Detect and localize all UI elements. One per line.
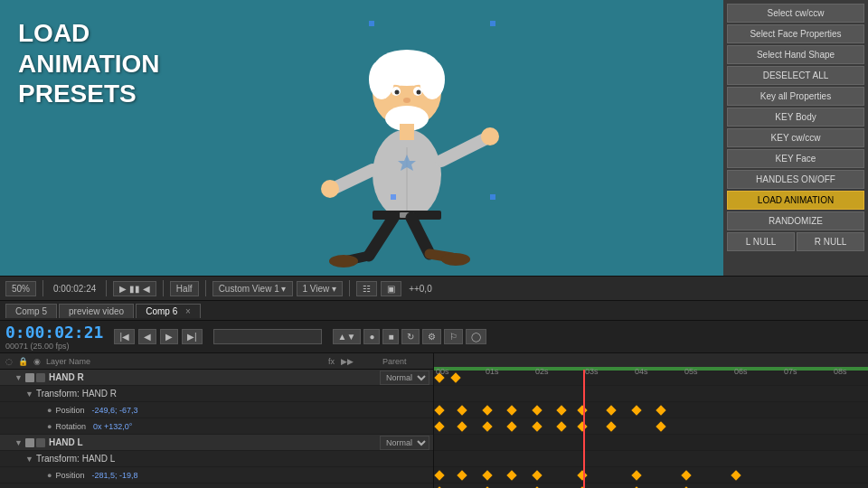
expand-transform-hand-l[interactable]: ▼ <box>25 455 33 464</box>
load-animation-button[interactable]: LOAD ANIMATION <box>727 191 864 210</box>
svg-line-15 <box>441 138 486 161</box>
kf-pos-hl-7 <box>681 470 691 480</box>
svg-rect-24 <box>400 124 414 140</box>
kf-pos-hl-pl <box>577 470 587 480</box>
layer-row-position-hand-l: ● Position -281,5; -19,8 <box>0 467 433 483</box>
visibility-hand-l[interactable] <box>25 438 34 447</box>
toolbar-separator-3 <box>163 280 164 296</box>
position-hand-r-label: Position <box>55 406 84 415</box>
key-body-button[interactable]: KEY Body <box>727 108 864 127</box>
view-label: Custom View 1 <box>219 284 279 294</box>
kf-rot-hr-8 <box>656 421 665 431</box>
lock-hand-r[interactable] <box>36 373 45 382</box>
null-buttons: L NULL R NULL <box>727 232 864 251</box>
toolbar-icons[interactable]: ▶ ▮▮ ◀ <box>113 281 156 296</box>
toolbar-separator-1 <box>42 280 43 296</box>
toolbar-separator-5 <box>349 280 350 296</box>
expand-hand-r[interactable]: ▼ <box>14 373 23 382</box>
select-hand-shape-button[interactable]: Select Hand Shape <box>727 45 864 64</box>
view-dropdown[interactable]: Custom View 1 ▾ <box>212 281 293 296</box>
lock-icon: 🔒 <box>18 357 28 366</box>
character-svg <box>262 12 552 274</box>
kf-rot-hr-1 <box>434 421 444 431</box>
hand-r-mode[interactable]: Normal <box>380 371 429 385</box>
position-hand-l-label: Position <box>55 471 84 480</box>
tick-03s: 03s <box>583 367 600 376</box>
randomize-button[interactable]: RANDOMIZE <box>727 211 864 230</box>
grid-button[interactable]: ☷ <box>356 281 377 296</box>
kf-pos-hr-pl <box>577 405 587 415</box>
layer-row-hand-r: ▼ HAND R Normal <box>0 370 433 386</box>
view2-dropdown[interactable]: 1 View ▾ <box>297 281 344 296</box>
motion-blur-icon: ▶▶ <box>341 357 354 366</box>
timeline-search[interactable] <box>213 329 322 344</box>
solo-icon: ◌ <box>5 357 13 366</box>
tick-00s: 00s <box>434 367 451 376</box>
timeline-tool-7[interactable]: ◯ <box>466 329 486 344</box>
zoom-control[interactable]: 50% <box>5 281 36 296</box>
timeline-ctrl-btn2[interactable]: ◀ <box>138 329 156 344</box>
timeline-ctrl-btn1[interactable]: |◀ <box>114 329 135 344</box>
svg-point-16 <box>481 127 499 145</box>
key-face-button[interactable]: KEY Face <box>727 149 864 168</box>
track-position-hand-l <box>434 467 868 483</box>
kf-rot-hr-pl <box>577 421 587 431</box>
tab-comp6-close[interactable]: × <box>185 306 191 316</box>
layer-row-hand-l: ▼ HAND L Normal <box>0 435 433 451</box>
expand-transform-hand-r[interactable]: ▼ <box>25 389 33 399</box>
timeline-area: 0:00:02:21 00071 (25.00 fps) |◀ ◀ ▶ ▶| ▲… <box>0 321 868 488</box>
track-area: 00s 01s 02s 03s 04s 05s 06s 07s 08s 09s … <box>434 353 868 488</box>
kf-rot-hr-4 <box>506 421 516 431</box>
layer-row-rotation-hand-l: ● Rotation 0x -107,2° <box>0 483 433 488</box>
l-null-button[interactable]: L NULL <box>727 232 795 251</box>
svg-line-14 <box>335 170 373 188</box>
select-cw-ccw-button[interactable]: Select cw/ccw <box>727 4 864 23</box>
select-face-properties-button[interactable]: Select Face Properties <box>727 24 864 43</box>
visibility-hand-r[interactable] <box>25 373 34 382</box>
key-all-properties-button[interactable]: Key all Properties <box>727 87 864 106</box>
kf-pos-hl-8 <box>731 470 741 480</box>
deselect-all-button[interactable]: DESELECT ALL <box>727 66 864 85</box>
timeline-ctrl-btn3[interactable]: ▶ <box>160 329 178 344</box>
lock-hand-l[interactable] <box>36 438 45 447</box>
layer-row-rotation-hand-r: ● Rotation 0x +132,0° <box>0 418 433 435</box>
timeline-ctrl-btn4[interactable]: ▶| <box>182 329 203 344</box>
key-cw-ccw-button[interactable]: KEY cw/ccw <box>727 128 864 147</box>
layer-row-transform-hand-r: ▼ Transform: HAND R <box>0 386 433 402</box>
timeline-tool-2[interactable]: ● <box>363 329 380 344</box>
main-container: LOAD ANIMATION PRESETS <box>0 0 868 488</box>
svg-rect-27 <box>490 194 495 200</box>
rotation-hand-r-value: 0x +132,0° <box>93 422 132 431</box>
tab-comp6-label: Comp 6 <box>146 306 177 316</box>
tab-preview-video[interactable]: preview video <box>59 304 134 318</box>
tick-05s: 05s <box>683 367 700 376</box>
r-null-button[interactable]: R NULL <box>797 232 864 251</box>
timeline-tool-5[interactable]: ⚙ <box>422 329 441 344</box>
expand-hand-l[interactable]: ▼ <box>14 438 23 447</box>
tick-08s: 08s <box>832 367 849 376</box>
timeline-tool-3[interactable]: ■ <box>382 329 399 344</box>
svg-point-6 <box>369 60 394 99</box>
quality-control[interactable]: Half <box>170 281 199 296</box>
timeline-tool-1[interactable]: ▲▼ <box>333 329 362 344</box>
layer-list-columns: ◌ 🔒 ◉ Layer Name fx ▶▶ Parent <box>0 353 433 370</box>
svg-point-22 <box>329 255 358 267</box>
position-hand-r-value: -249,6; -67,3 <box>91 406 137 415</box>
tick-01s: 01s <box>484 367 501 376</box>
timeline-tool-4[interactable]: ↻ <box>401 329 420 344</box>
kf-rot-hr-6 <box>556 421 566 431</box>
kf-pos-hl-4 <box>506 470 516 480</box>
col-layer-name: Layer Name <box>46 357 90 366</box>
kf-pos-hr-9 <box>656 405 665 415</box>
safe-zones-button[interactable]: ▣ <box>381 281 401 296</box>
svg-line-18 <box>369 218 393 256</box>
tab-comp5[interactable]: Comp 5 <box>5 304 57 318</box>
main-timecode: 0:00:02:21 <box>5 323 103 342</box>
kf-pos-hl-1 <box>434 470 444 480</box>
tab-comp6[interactable]: Comp 6 × <box>136 304 201 318</box>
hand-l-mode[interactable]: Normal <box>380 436 429 450</box>
transform-hand-l-label: Transform: HAND L <box>36 454 429 464</box>
handles-on-off-button[interactable]: HANDLES ON/OFF <box>727 170 864 189</box>
layer-row-position-hand-r: ● Position -249,6; -67,3 <box>0 402 433 418</box>
timeline-tool-6[interactable]: ⚐ <box>444 329 463 344</box>
